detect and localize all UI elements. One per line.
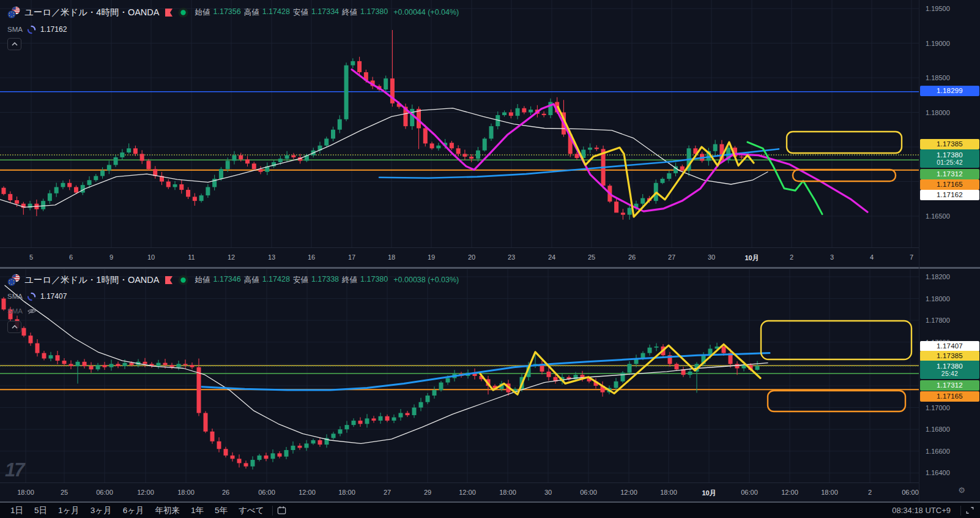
legend-collapse-button-1h[interactable] (7, 321, 21, 333)
price-tick-label: 1.16400 (926, 469, 950, 476)
time-axis-label: 06:00 (580, 489, 597, 496)
time-axis-4h[interactable]: 56910111213161718192023242526273010月2347 (0, 247, 919, 267)
clock-timezone[interactable]: 08:34:18 UTC+9 (892, 506, 951, 515)
time-axis-label: 3 (830, 253, 834, 261)
price-label: 1.17312 (920, 169, 979, 179)
price-tick-label: 1.16600 (926, 448, 950, 455)
toolbar-divider (272, 506, 273, 516)
time-axis-label: 17 (348, 253, 355, 261)
indicator-legend-sma-4h[interactable]: SMA 1.17162 (7, 24, 67, 35)
time-axis-1h[interactable]: 18:002506:0012:0018:002606:0012:0018:002… (0, 482, 919, 502)
price-label: 1.17165 (920, 391, 979, 402)
time-axis-label: 18:00 (499, 489, 516, 496)
toolbar-right: 08:34:18 UTC+9 (892, 505, 975, 516)
drawing-rect[interactable] (787, 132, 902, 153)
price-tick-label: 1.18000 (926, 295, 950, 302)
time-axis-label: 10月 (702, 489, 716, 498)
time-axis-label: 16 (308, 253, 315, 261)
range-button-5年[interactable]: 5年 (210, 504, 232, 517)
eye-hidden-icon[interactable] (27, 307, 37, 315)
time-axis-label: 5 (29, 253, 33, 261)
go-to-date-button[interactable] (277, 505, 287, 516)
price-tick-label: 1.18500 (926, 74, 950, 81)
time-axis-label: 12:00 (620, 489, 637, 496)
price-label: 1.17312 (920, 380, 979, 391)
flag-icon[interactable] (164, 7, 174, 18)
range-button-1日[interactable]: 1日 (6, 504, 28, 517)
time-axis-label: 6 (69, 253, 73, 261)
time-axis-label: 27 (668, 253, 675, 261)
time-axis-label: 06:00 (902, 489, 919, 496)
bar-countdown: 01:25:42 (937, 159, 962, 166)
price-tick-label: 1.18000 (926, 109, 950, 116)
time-axis-label: 12:00 (781, 489, 798, 496)
range-button-年初来[interactable]: 年初来 (151, 504, 185, 517)
maximize-chart-button[interactable] (965, 505, 975, 516)
drawing-rect[interactable] (761, 321, 911, 359)
calendar-icon (277, 505, 287, 516)
ohlc-readout-4h: 始値1.17356 高値1.17428 安値1.17334 終値1.17380 (195, 7, 388, 18)
candlestick-series (2, 30, 751, 220)
time-axis-label: 4 (870, 253, 874, 261)
time-axis-label: 12:00 (137, 489, 154, 496)
price-tick-label: 1.19000 (926, 40, 950, 47)
market-status-icon[interactable] (178, 7, 188, 18)
drawing-rect[interactable] (768, 391, 905, 411)
time-axis-label: 20 (468, 253, 475, 261)
price-tick-label: 1.17000 (926, 404, 950, 411)
price-tick-label: 1.16500 (926, 212, 950, 220)
time-axis-label: 9 (110, 253, 113, 261)
chart-pane-1h[interactable] (0, 269, 919, 482)
indicator-legend-sma-1h[interactable]: SMA 1.17407 (7, 291, 67, 302)
price-tick-label: 1.19500 (926, 5, 950, 12)
indicator-loading-icon (27, 25, 36, 34)
price-label: 1.18299 (920, 86, 979, 96)
price-label: 1.17162 (920, 190, 979, 200)
time-axis-label: 12:00 (459, 489, 476, 496)
time-axis-label: 19 (428, 253, 435, 261)
candlestick-series (2, 297, 760, 470)
time-axis-label: 29 (424, 489, 431, 496)
symbol-header-1h: ユーロ／米ドル・1時間・OANDA 始値1.17346 高値1.17428 安値… (7, 273, 459, 287)
time-axis-label: 18:00 (338, 489, 355, 496)
price-axis[interactable]: 1.195001.190001.185001.180001.175001.170… (919, 0, 980, 501)
range-button-1年[interactable]: 1年 (187, 504, 208, 517)
chart-pane-4h[interactable] (0, 0, 919, 247)
price-label: 1.17385 (920, 351, 979, 361)
time-axis-label: 12 (228, 253, 235, 261)
symbol-title-1h[interactable]: ユーロ／米ドル・1時間・OANDA (24, 274, 160, 286)
price-label: 1.17165 (920, 179, 979, 190)
price-label: 1.17385 (920, 139, 979, 149)
chevron-up-icon (11, 42, 18, 47)
market-status-icon[interactable] (178, 275, 188, 285)
tradingview-multichart: 56910111213161718192023242526273010月2347… (0, 0, 980, 518)
time-axis-label: 18:00 (660, 489, 677, 496)
legend-collapse-button-4h[interactable] (7, 38, 21, 50)
time-axis-label: 23 (508, 253, 515, 261)
price-label: 1.17407 (920, 341, 979, 351)
indicator-loading-icon (27, 292, 36, 301)
bar-countdown: 25:42 (941, 370, 958, 377)
time-axis-label: 18:00 (177, 489, 195, 496)
range-button-5日[interactable]: 5日 (30, 504, 51, 517)
range-button-6ヶ月[interactable]: 6ヶ月 (119, 504, 149, 517)
pane-separator[interactable] (0, 267, 980, 269)
time-axis-label: 11 (188, 253, 195, 261)
indicator-legend-sma2-1h[interactable]: SMA (7, 306, 37, 317)
time-axis-label: 10 (147, 253, 155, 261)
flag-icon[interactable] (164, 275, 174, 285)
price-label: 1.1738025:42 (920, 361, 979, 379)
symbol-title-4h[interactable]: ユーロ／米ドル・4時間・OANDA (24, 7, 160, 18)
axis-settings-gear-icon[interactable]: ⚙ (958, 486, 965, 494)
price-tick-label: 1.17800 (926, 317, 950, 324)
price-tick-label: 1.18200 (926, 273, 950, 280)
time-axis-label: 06:00 (741, 489, 758, 496)
time-axis-label: 18:00 (17, 489, 34, 496)
range-button-すべて[interactable]: すべて (234, 504, 268, 517)
time-axis-label: 12:00 (299, 489, 316, 496)
symbol-flags-logo (7, 274, 20, 287)
range-button-3ヶ月[interactable]: 3ヶ月 (86, 504, 116, 517)
range-button-1ヶ月[interactable]: 1ヶ月 (54, 504, 84, 517)
price-label: 1.1738001:25:42 (920, 149, 979, 168)
time-axis-label: 10月 (744, 253, 759, 263)
